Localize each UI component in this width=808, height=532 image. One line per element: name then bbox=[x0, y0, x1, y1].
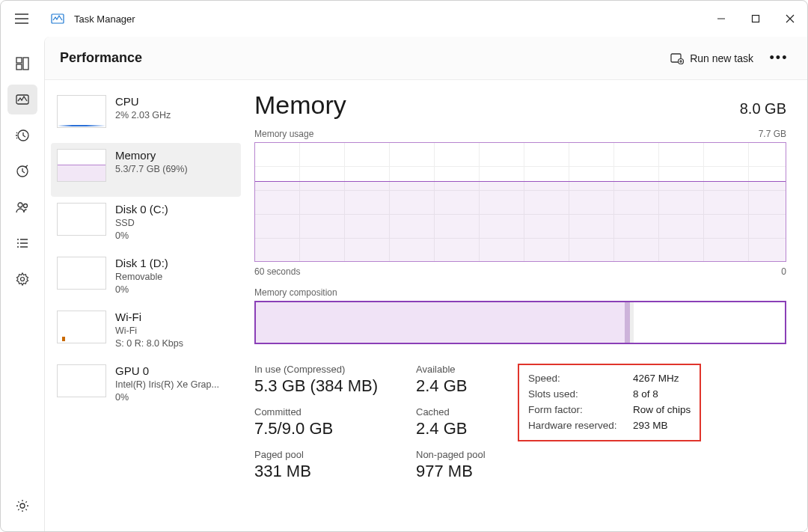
resource-label: Memory bbox=[115, 149, 188, 162]
stat-cached-label: Cached bbox=[416, 406, 506, 418]
stat-available-value: 2.4 GB bbox=[416, 376, 506, 396]
resource-sub: Intel(R) Iris(R) Xe Grap... 0% bbox=[115, 379, 219, 404]
resource-sub: Removable 0% bbox=[115, 271, 168, 296]
page-title: Performance bbox=[60, 50, 142, 66]
maximize-button[interactable] bbox=[738, 4, 773, 34]
stat-paged-value: 331 MB bbox=[254, 462, 404, 481]
stat-inuse-value: 5.3 GB (384 MB) bbox=[254, 376, 404, 396]
stat-committed-label: Committed bbox=[254, 406, 404, 418]
resource-item-disk-1-d-[interactable]: Disk 1 (D:)Removable 0% bbox=[51, 251, 241, 305]
resource-thumb bbox=[57, 311, 106, 343]
memory-usage-chart bbox=[254, 142, 786, 262]
app-title: Task Manager bbox=[74, 13, 135, 25]
svg-rect-1 bbox=[753, 16, 759, 22]
stat-inuse: In use (Compressed) 5.3 GB (384 MB) bbox=[254, 364, 404, 396]
detail-capacity: 8.0 GB bbox=[740, 100, 786, 117]
nav-settings[interactable] bbox=[7, 491, 37, 521]
info-reserved-label: Hardware reserved: bbox=[528, 420, 627, 431]
close-button[interactable] bbox=[773, 4, 807, 34]
svg-rect-4 bbox=[16, 64, 22, 70]
nav-services[interactable] bbox=[7, 264, 37, 294]
stat-available: Available 2.4 GB bbox=[416, 364, 506, 396]
content-pane: Performance Run new task ••• CPU2% 2.03 … bbox=[44, 37, 807, 531]
resource-label: GPU 0 bbox=[115, 364, 219, 377]
titlebar: Task Manager bbox=[1, 1, 807, 37]
axis-right-label: 0 bbox=[781, 266, 786, 277]
nav-processes[interactable] bbox=[7, 49, 37, 79]
svg-point-8 bbox=[18, 203, 22, 207]
composition-label: Memory composition bbox=[254, 287, 786, 298]
resource-sub: 5.3/7.7 GB (69%) bbox=[115, 163, 188, 176]
stat-inuse-label: In use (Compressed) bbox=[254, 364, 404, 375]
resource-label: CPU bbox=[115, 95, 171, 108]
stat-nonpaged-value: 977 MB bbox=[416, 462, 506, 481]
stat-paged: Paged pool 331 MB bbox=[254, 449, 404, 481]
resource-label: Disk 0 (C:) bbox=[115, 203, 168, 215]
resource-thumb bbox=[57, 257, 106, 290]
run-task-label: Run new task bbox=[690, 52, 753, 64]
resource-item-memory[interactable]: Memory5.3/7.7 GB (69%) bbox=[51, 143, 241, 197]
memory-composition-chart bbox=[254, 301, 786, 344]
resource-thumb bbox=[57, 149, 106, 182]
resource-sub: 2% 2.03 GHz bbox=[115, 109, 171, 122]
resource-thumb bbox=[57, 95, 106, 128]
resource-thumb bbox=[57, 203, 106, 236]
stat-paged-label: Paged pool bbox=[254, 449, 404, 460]
stat-cached: Cached 2.4 GB bbox=[416, 406, 506, 438]
app-icon bbox=[50, 11, 65, 26]
stat-nonpaged-label: Non-paged pool bbox=[416, 449, 506, 460]
usage-chart-label: Memory usage bbox=[254, 129, 313, 139]
stat-nonpaged: Non-paged pool 977 MB bbox=[416, 449, 506, 481]
svg-point-9 bbox=[24, 204, 28, 208]
svg-point-10 bbox=[21, 278, 25, 281]
nav-performance[interactable] bbox=[7, 85, 37, 114]
svg-rect-3 bbox=[23, 58, 28, 70]
stat-committed: Committed 7.5/9.0 GB bbox=[254, 406, 404, 438]
info-speed-value: 4267 MHz bbox=[633, 373, 691, 384]
resource-item-gpu-0[interactable]: GPU 0Intel(R) Iris(R) Xe Grap... 0% bbox=[51, 358, 241, 412]
nav-users[interactable] bbox=[7, 192, 37, 222]
memory-detail-pane: Memory 8.0 GB Memory usage 7.7 GB 60 sec… bbox=[247, 80, 807, 531]
resource-item-disk-0-c-[interactable]: Disk 0 (C:)SSD 0% bbox=[51, 197, 241, 251]
nav-details[interactable] bbox=[7, 228, 37, 258]
info-speed-label: Speed: bbox=[528, 373, 627, 384]
info-form-value: Row of chips bbox=[633, 404, 691, 415]
resource-label: Wi-Fi bbox=[115, 311, 183, 323]
nav-rail bbox=[1, 37, 44, 531]
resource-thumb bbox=[57, 364, 106, 397]
performance-resource-list: CPU2% 2.03 GHzMemory5.3/7.7 GB (69%)Disk… bbox=[45, 80, 247, 531]
hamburger-menu-button[interactable] bbox=[11, 8, 32, 29]
run-task-icon bbox=[670, 52, 684, 65]
run-new-task-button[interactable]: Run new task bbox=[670, 52, 753, 65]
info-reserved-value: 293 MB bbox=[633, 420, 691, 431]
info-slots-value: 8 of 8 bbox=[633, 388, 691, 400]
nav-startup-apps[interactable] bbox=[7, 156, 37, 186]
window-controls bbox=[704, 4, 807, 34]
resource-label: Disk 1 (D:) bbox=[115, 257, 168, 269]
stat-committed-value: 7.5/9.0 GB bbox=[254, 419, 404, 438]
svg-rect-2 bbox=[16, 58, 22, 63]
stat-cached-value: 2.4 GB bbox=[416, 419, 506, 438]
info-slots-label: Slots used: bbox=[528, 388, 627, 400]
stat-available-label: Available bbox=[416, 364, 506, 375]
detail-title: Memory bbox=[254, 91, 346, 120]
memory-hardware-info: Speed: 4267 MHz Slots used: 8 of 8 Form … bbox=[518, 364, 701, 441]
resource-item-wi-fi[interactable]: Wi-FiWi-Fi S: 0 R: 8.0 Kbps bbox=[51, 305, 241, 358]
resource-sub: Wi-Fi S: 0 R: 8.0 Kbps bbox=[115, 325, 183, 350]
info-form-label: Form factor: bbox=[528, 404, 627, 415]
content-header: Performance Run new task ••• bbox=[45, 37, 807, 80]
axis-left-label: 60 seconds bbox=[254, 266, 300, 277]
more-options-button[interactable]: ••• bbox=[765, 45, 792, 72]
resource-item-cpu[interactable]: CPU2% 2.03 GHz bbox=[51, 89, 241, 143]
svg-point-11 bbox=[20, 504, 25, 508]
nav-app-history[interactable] bbox=[7, 120, 37, 150]
resource-sub: SSD 0% bbox=[115, 217, 168, 242]
usage-chart-max: 7.7 GB bbox=[759, 129, 786, 139]
minimize-button[interactable] bbox=[704, 4, 738, 34]
